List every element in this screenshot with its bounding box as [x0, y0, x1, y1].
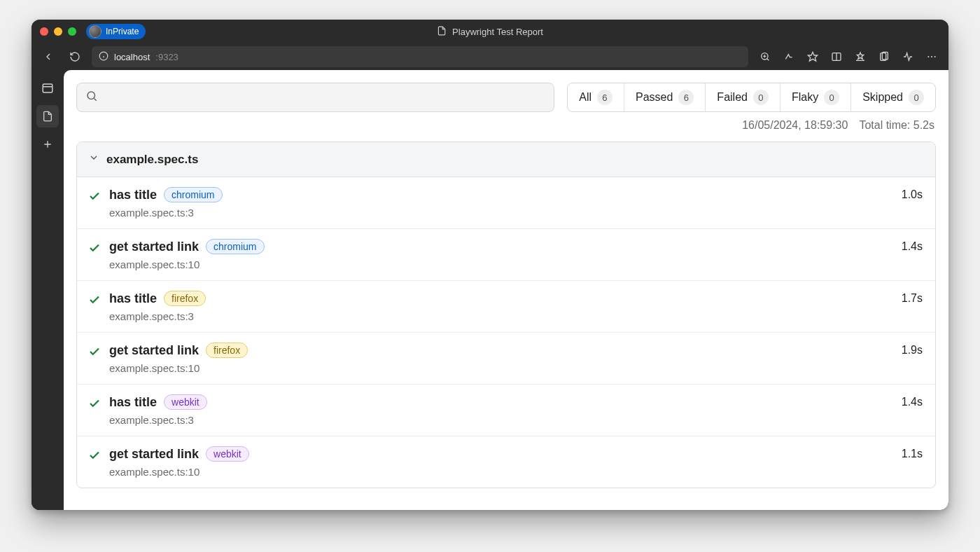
test-row[interactable]: get started linkfirefoxexample.spec.ts:1…: [77, 333, 935, 385]
page-title: Playwright Test Report: [437, 26, 543, 38]
search-icon: [85, 90, 98, 105]
filter-label: Failed: [717, 91, 748, 104]
project-pill: chromium: [164, 187, 222, 202]
search-input[interactable]: [76, 83, 554, 112]
performance-icon[interactable]: [898, 47, 918, 67]
run-meta: 16/05/2024, 18:59:30 Total time: 5.2s: [78, 119, 934, 132]
file-icon: [437, 26, 447, 38]
filter-all[interactable]: All6: [568, 83, 624, 111]
test-row[interactable]: has titlechromiumexample.spec.ts:31.0s: [77, 177, 935, 229]
filter-count: 0: [909, 90, 924, 105]
favorite-icon[interactable]: [803, 47, 822, 67]
test-location: example.spec.ts:10: [109, 258, 893, 270]
toolbar-right: [755, 47, 941, 67]
test-location: example.spec.ts:10: [109, 362, 893, 374]
test-row[interactable]: has titlefirefoxexample.spec.ts:31.7s: [77, 281, 935, 333]
browser-toolbar: localhost:9323: [31, 43, 948, 70]
check-icon: [88, 294, 101, 309]
svg-line-22: [94, 98, 96, 100]
refresh-button[interactable]: [65, 47, 85, 67]
test-name: get started link: [109, 447, 199, 462]
check-icon: [88, 190, 101, 205]
filter-count: 6: [597, 90, 612, 105]
check-icon: [88, 345, 101, 361]
test-name: get started link: [109, 240, 199, 254]
test-body: get started linkwebkitexample.spec.ts:10: [109, 446, 893, 478]
test-duration: 1.1s: [902, 448, 923, 460]
filter-count: 6: [678, 90, 694, 105]
inprivate-badge[interactable]: InPrivate: [86, 24, 146, 39]
search-field[interactable]: [98, 92, 545, 104]
svg-line-6: [767, 59, 769, 61]
close-window-button[interactable]: [40, 27, 48, 36]
project-pill: chromium: [206, 239, 264, 254]
test-name: get started link: [109, 343, 199, 358]
test-duration: 1.4s: [902, 240, 923, 253]
file-name: example.spec.ts: [106, 153, 198, 167]
svg-marker-7: [808, 52, 817, 61]
browser-body: All6Passed6Failed0Flaky0Skipped0 16/05/2…: [31, 70, 948, 510]
test-row[interactable]: get started linkchromiumexample.spec.ts:…: [77, 229, 935, 281]
filter-label: Passed: [636, 91, 673, 104]
svg-point-15: [931, 56, 932, 57]
report-header: All6Passed6Failed0Flaky0Skipped0: [76, 83, 936, 112]
project-pill: firefox: [164, 291, 206, 306]
test-duration: 1.9s: [902, 344, 923, 357]
project-pill: firefox: [206, 343, 248, 358]
project-pill: webkit: [164, 394, 207, 410]
vertical-tab-strip: [31, 70, 64, 510]
test-duration: 1.7s: [902, 292, 923, 305]
window-controls: [40, 27, 76, 36]
filter-label: Flaky: [792, 91, 818, 104]
svg-point-16: [934, 56, 936, 57]
test-body: has titlefirefoxexample.spec.ts:3: [109, 291, 893, 322]
filter-label: All: [579, 91, 592, 104]
test-body: has titlechromiumexample.spec.ts:3: [109, 187, 893, 219]
svg-marker-10: [857, 53, 863, 59]
new-tab-button[interactable]: [36, 133, 59, 156]
titlebar: InPrivate Playwright Test Report: [31, 20, 948, 43]
filter-skipped[interactable]: Skipped0: [851, 83, 935, 111]
test-name: has title: [109, 395, 157, 410]
test-location: example.spec.ts:3: [109, 207, 893, 219]
report-page: All6Passed6Failed0Flaky0Skipped0 16/05/2…: [64, 70, 948, 510]
maximize-window-button[interactable]: [68, 27, 76, 36]
test-duration: 1.0s: [902, 188, 923, 201]
back-button[interactable]: [38, 47, 58, 67]
filter-flaky[interactable]: Flaky0: [780, 83, 851, 111]
tab-actions-icon[interactable]: [36, 77, 59, 99]
svg-rect-17: [43, 84, 52, 92]
filter-passed[interactable]: Passed6: [624, 83, 706, 111]
chevron-down-icon: [88, 152, 99, 167]
test-body: has titlewebkitexample.spec.ts:3: [109, 394, 893, 426]
svg-point-14: [927, 56, 929, 57]
inprivate-label: InPrivate: [106, 27, 139, 36]
browser-window: InPrivate Playwright Test Report localho…: [31, 20, 948, 510]
profile-avatar-icon: [89, 25, 102, 38]
read-aloud-icon[interactable]: [779, 47, 799, 67]
test-row[interactable]: has titlewebkitexample.spec.ts:31.4s: [77, 385, 935, 436]
address-bar[interactable]: localhost:9323: [92, 46, 748, 67]
zoom-icon[interactable]: [755, 47, 775, 67]
file-header[interactable]: example.spec.ts: [77, 142, 935, 177]
url-port: :9323: [155, 52, 178, 62]
svg-point-21: [88, 92, 95, 99]
filter-count: 0: [824, 90, 839, 105]
check-icon: [88, 449, 101, 464]
split-screen-icon[interactable]: [827, 47, 846, 67]
site-info-icon[interactable]: [99, 51, 108, 63]
minimize-window-button[interactable]: [54, 27, 62, 36]
run-timestamp: 16/05/2024, 18:59:30: [742, 119, 848, 132]
filter-failed[interactable]: Failed0: [706, 83, 780, 111]
more-icon[interactable]: [922, 47, 941, 67]
test-name: has title: [109, 291, 157, 306]
collections-icon[interactable]: [874, 47, 894, 67]
test-location: example.spec.ts:3: [109, 414, 893, 426]
test-name: has title: [109, 188, 157, 202]
status-filters: All6Passed6Failed0Flaky0Skipped0: [567, 83, 936, 112]
test-row[interactable]: get started linkwebkitexample.spec.ts:10…: [77, 436, 935, 488]
favorites-list-icon[interactable]: [850, 47, 870, 67]
check-icon: [88, 242, 101, 257]
test-location: example.spec.ts:10: [109, 466, 893, 478]
current-tab-icon[interactable]: [36, 105, 59, 127]
